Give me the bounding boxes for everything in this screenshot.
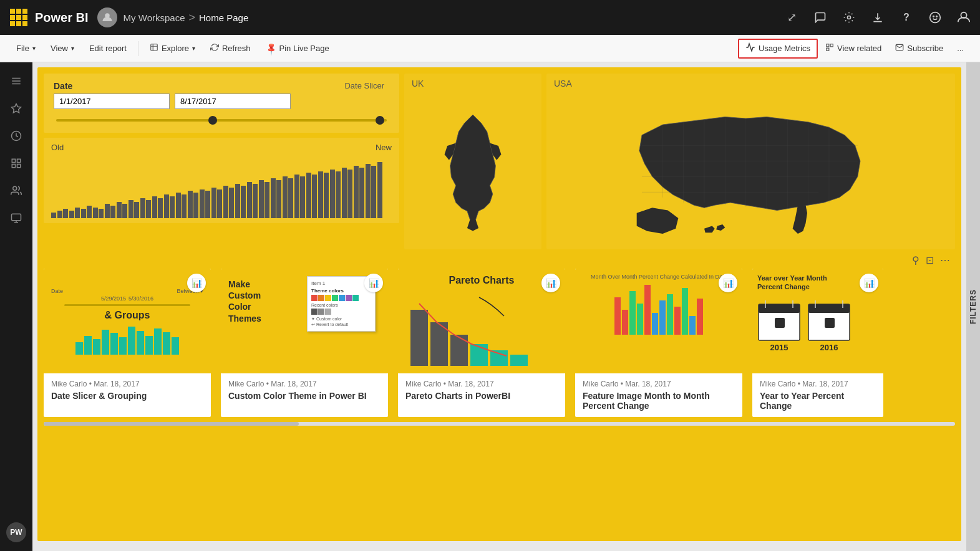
top-nav: Power BI My Workspace > Home Page ⤢ ?: [0, 0, 980, 35]
smiley-icon[interactable]: [926, 9, 944, 26]
app-grid-button[interactable]: [7, 6, 30, 29]
date-end-input[interactable]: [175, 93, 291, 109]
card-meta-4: Mike Carlo • Mar. 18, 2017: [583, 380, 735, 388]
toolbar: File ▾ View ▾ Edit report Explore ▾ Refr…: [0, 35, 980, 62]
sidebar-item-favorites[interactable]: [4, 96, 29, 121]
date-inputs: [54, 93, 389, 109]
explore-icon: [150, 43, 158, 54]
file-chevron: ▾: [32, 45, 36, 52]
date-slider[interactable]: [56, 115, 387, 125]
slider-handle-right[interactable]: [376, 116, 384, 125]
canvas-area[interactable]: Date Date Slicer: [32, 62, 966, 551]
view-related-label: View related: [837, 44, 881, 53]
card-title-3: Pareto Charts in PowerBI: [405, 391, 558, 401]
svg-marker-12: [12, 104, 21, 113]
comment-icon[interactable]: [812, 9, 829, 26]
card-thumb-1: DateBetween ▾ 5/29/20155/30/2016 & Group…: [44, 269, 211, 373]
svg-point-18: [13, 186, 17, 190]
calendar-2016-svg: [807, 299, 851, 343]
svg-point-3: [933, 16, 934, 17]
card-pareto: Pareto Charts: [398, 269, 565, 417]
svg-point-2: [930, 12, 941, 23]
pareto-arrow: [473, 291, 510, 322]
thumb-meta: DateBetween ▾: [49, 288, 206, 294]
svg-rect-7: [830, 44, 833, 47]
date-slicer-panel: Date Date Slicer: [44, 74, 399, 133]
card-meta-2: Mike Carlo • Mar. 18, 2017: [228, 380, 381, 388]
user-workspace-badge[interactable]: PW: [6, 522, 26, 542]
bottom-tools: ⚲ ⊡ ⋯: [44, 254, 955, 266]
horizontal-scrollbar[interactable]: [44, 422, 955, 426]
card-icon-2: 📊: [364, 274, 383, 292]
card-title-4: Feature Image Month to Month Percent Cha…: [583, 391, 735, 411]
topnav-right: ⤢ ?: [783, 9, 973, 26]
date-start-input[interactable]: [54, 93, 170, 109]
workspace-link[interactable]: My Workspace: [124, 12, 185, 23]
view-label: View: [51, 44, 68, 53]
bar-chart-panel: Old New: [44, 138, 399, 223]
refresh-label: Refresh: [222, 44, 251, 53]
more-tool[interactable]: ⋯: [940, 254, 950, 266]
pareto-chart: [404, 291, 559, 366]
card-body-2: Mike Carlo • Mar. 18, 2017 Custom Color …: [221, 373, 388, 407]
sidebar-item-shared[interactable]: [4, 178, 29, 203]
card-body-1: Mike Carlo • Mar. 18, 2017 Date Slicer &…: [44, 373, 211, 407]
view-related-button[interactable]: View related: [819, 39, 888, 59]
thumb-color-label: Make Custom Color Themes: [228, 279, 284, 324]
expand-tool[interactable]: ⊡: [926, 254, 934, 266]
usa-label: USA: [546, 74, 955, 93]
slider-handle[interactable]: [208, 116, 217, 125]
edit-report-label: Edit report: [89, 44, 127, 53]
sidebar-item-recent[interactable]: [4, 123, 29, 148]
slider-track: [56, 119, 387, 122]
svg-rect-14: [12, 159, 15, 162]
uk-map: [404, 93, 541, 249]
user-profile-icon[interactable]: [955, 9, 973, 26]
sidebar-item-apps[interactable]: [4, 151, 29, 176]
svg-rect-44: [825, 318, 835, 328]
card-meta-5: Mike Carlo • Mar. 18, 2017: [760, 380, 876, 388]
report-top-row: Date Date Slicer: [44, 74, 955, 249]
thumb-dates: 5/29/20155/30/2016: [101, 295, 153, 302]
page-title: Home Page: [199, 12, 248, 23]
bar-chart-labels: Old New: [51, 143, 392, 152]
sidebar-item-menu[interactable]: [4, 69, 29, 93]
card-month-change: Month Over Month Percent Change Calculat…: [575, 269, 742, 417]
card-title-1: Date Slicer & Grouping: [51, 391, 203, 401]
sidebar-item-workspaces[interactable]: [4, 206, 29, 231]
uk-map-svg: [432, 109, 513, 234]
cal-2016: 2016: [807, 299, 851, 352]
pin-live-page-button[interactable]: 📌 Pin Live Page: [260, 39, 336, 59]
pin-tool[interactable]: ⚲: [912, 254, 919, 266]
svg-rect-39: [775, 318, 785, 328]
refresh-button[interactable]: Refresh: [204, 39, 257, 59]
card-thumb-4: Month Over Month Percent Change Calculat…: [575, 269, 742, 373]
cards-row: DateBetween ▾ 5/29/20155/30/2016 & Group…: [44, 269, 955, 417]
main-content: PW Date Date Slicer: [0, 62, 980, 551]
settings-icon[interactable]: [840, 9, 858, 26]
explore-button[interactable]: Explore ▾: [143, 39, 201, 59]
card-icon-4: 📊: [719, 274, 737, 292]
download-icon[interactable]: [869, 9, 886, 26]
bar-chart: [51, 156, 392, 218]
year-over-year-title: Year over Year MonthPercent Change: [757, 274, 827, 292]
help-icon[interactable]: ?: [898, 9, 915, 26]
file-button[interactable]: File ▾: [10, 39, 42, 59]
view-related-icon: [825, 43, 834, 54]
more-options-button[interactable]: ...: [951, 39, 970, 59]
filters-panel[interactable]: FILTERS: [966, 62, 980, 551]
card-date-slicer: DateBetween ▾ 5/29/20155/30/2016 & Group…: [44, 269, 211, 417]
date-slicer-type: Date Slicer: [344, 81, 384, 90]
view-button[interactable]: View ▾: [44, 39, 80, 59]
svg-rect-41: [808, 304, 850, 313]
edit-report-button[interactable]: Edit report: [83, 39, 133, 59]
expand-icon[interactable]: ⤢: [783, 9, 800, 26]
usage-metrics-button[interactable]: Usage Metrics: [738, 39, 818, 59]
thumb-slider: [64, 304, 190, 306]
card-icon-3: 📊: [541, 274, 560, 292]
svg-rect-17: [17, 165, 21, 168]
thumb-and-groups: & Groups: [105, 310, 150, 321]
svg-rect-15: [17, 159, 21, 162]
subscribe-button[interactable]: Subscribe: [889, 39, 949, 59]
card-color-theme: Make Custom Color Themes Item 1 Theme co…: [221, 269, 388, 417]
